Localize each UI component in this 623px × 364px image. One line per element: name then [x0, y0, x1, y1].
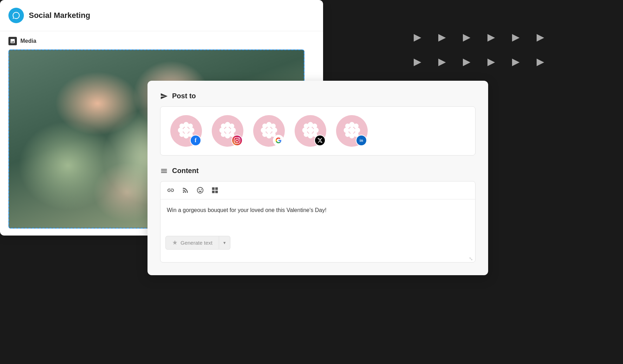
generate-text-label: Generate text [181, 240, 212, 246]
content-section: Content Win a gorgeous bouquet for your … [160, 167, 476, 263]
svg-point-38 [349, 133, 355, 139]
rss-icon[interactable] [182, 186, 189, 194]
svg-point-37 [349, 122, 355, 128]
svg-point-14 [221, 124, 226, 128]
content-box: Win a gorgeous bouquet for your loved on… [160, 181, 476, 263]
account-avatar-linkedin: in [336, 115, 368, 147]
resize-icon: ⤡ [469, 256, 473, 262]
svg-point-16 [221, 132, 226, 137]
grid-icon[interactable] [211, 186, 219, 194]
media-label-text: Media [20, 38, 36, 44]
sparkle-icon [172, 240, 178, 245]
account-google[interactable] [253, 115, 285, 147]
bg-arrow: ▶ [507, 28, 525, 46]
content-toolbar [160, 181, 475, 199]
svg-point-41 [345, 124, 350, 128]
bg-arrow: ▶ [433, 53, 451, 70]
svg-point-23 [262, 124, 267, 128]
link-icon[interactable] [167, 186, 175, 194]
svg-point-24 [271, 124, 276, 128]
google-badge [273, 135, 284, 146]
lines-icon [160, 167, 168, 175]
send-icon [160, 92, 168, 100]
bg-arrow: ▶ [458, 28, 476, 46]
bg-arrow: ▶ [433, 28, 451, 46]
svg-point-32 [304, 124, 309, 128]
linkedin-badge: in [356, 135, 367, 146]
svg-point-34 [304, 132, 309, 137]
generate-section: Generate text ▾ [160, 236, 475, 254]
content-text[interactable]: Win a gorgeous bouquet for your loved on… [160, 199, 475, 236]
bg-arrow: ▶ [507, 53, 525, 70]
svg-point-0 [183, 127, 189, 133]
app-title: Social Marketing [29, 11, 90, 20]
post-to-title: Post to [172, 92, 196, 100]
account-avatar-google [253, 115, 285, 147]
media-label: Media [8, 37, 315, 45]
svg-point-33 [312, 124, 317, 128]
svg-point-12 [219, 127, 225, 133]
instagram-badge [231, 135, 243, 146]
svg-point-7 [179, 132, 184, 137]
account-x[interactable] [295, 115, 326, 147]
svg-point-6 [188, 124, 193, 128]
chevron-down-icon: ▾ [223, 240, 226, 245]
svg-point-43 [345, 132, 350, 137]
svg-point-19 [266, 122, 272, 128]
facebook-badge: f [190, 135, 201, 146]
svg-point-22 [272, 127, 277, 133]
bg-arrow: ▶ [458, 53, 476, 70]
account-avatar-instagram [212, 115, 243, 147]
svg-point-30 [302, 127, 308, 133]
bg-arrow: ▶ [483, 53, 500, 70]
app-icon [8, 8, 24, 23]
bg-arrow: ▶ [532, 53, 549, 70]
svg-point-10 [225, 122, 230, 128]
resize-handle[interactable]: ⤡ [160, 254, 475, 262]
post-to-accounts-box: f [160, 106, 476, 155]
svg-point-40 [355, 127, 360, 133]
account-instagram[interactable] [212, 115, 243, 147]
chat-bubble-icon [12, 11, 20, 20]
svg-point-4 [189, 127, 195, 133]
generate-text-button[interactable]: Generate text [165, 236, 219, 250]
account-avatar-facebook: f [170, 115, 202, 147]
image-icon [10, 38, 15, 44]
content-icon [160, 167, 168, 175]
bg-arrow: ▶ [409, 28, 426, 46]
account-facebook[interactable]: f [170, 115, 202, 147]
svg-point-27 [307, 127, 313, 133]
card-header: Social Marketing [0, 0, 323, 31]
svg-point-39 [344, 127, 349, 133]
svg-point-31 [313, 127, 319, 133]
post-to-header: Post to [160, 92, 476, 100]
content-header: Content [160, 167, 476, 175]
svg-point-13 [230, 127, 236, 133]
svg-point-3 [178, 127, 184, 133]
svg-point-29 [308, 133, 313, 139]
svg-point-9 [224, 127, 230, 133]
svg-point-20 [266, 133, 272, 139]
background-arrows: ▶ ▶ ▶ ▶ ▶ ▶ ▶ ▶ ▶ ▶ ▶ ▶ [409, 28, 553, 74]
svg-point-1 [183, 122, 189, 128]
post-form-card: Post to f [147, 81, 488, 275]
svg-point-5 [179, 124, 184, 128]
generate-dropdown-button[interactable]: ▾ [219, 236, 230, 250]
svg-point-2 [183, 133, 189, 139]
bg-arrow: ▶ [409, 53, 426, 70]
svg-point-15 [229, 124, 234, 128]
svg-point-25 [262, 132, 267, 137]
svg-point-42 [354, 124, 359, 128]
media-icon [8, 37, 17, 45]
svg-point-11 [225, 133, 230, 139]
emoji-icon[interactable] [196, 186, 204, 194]
svg-point-18 [266, 127, 272, 133]
svg-point-36 [349, 127, 355, 133]
content-title: Content [172, 167, 199, 175]
post-to-icon [160, 92, 168, 100]
bg-arrow: ▶ [483, 28, 500, 46]
svg-point-28 [308, 122, 313, 128]
account-linkedin[interactable]: in [336, 115, 368, 147]
svg-point-21 [261, 127, 267, 133]
bg-arrow: ▶ [532, 28, 549, 46]
